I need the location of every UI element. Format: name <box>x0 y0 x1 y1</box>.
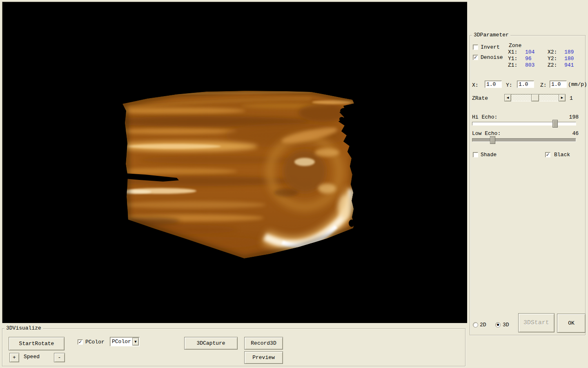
zrate-scrollbar-thumb[interactable] <box>531 94 539 101</box>
radio-dot-icon: ● <box>497 323 499 326</box>
checkmark-icon: ✓ <box>546 153 550 157</box>
invert-checkbox[interactable] <box>473 45 478 50</box>
shade-checkbox[interactable] <box>473 152 478 157</box>
zone-x2-label: X2: <box>548 49 557 55</box>
mode-2d-radio[interactable] <box>473 322 478 328</box>
voxel-unit-label: (mm/p) <box>568 81 587 88</box>
black-label: Black <box>554 152 570 158</box>
hi-echo-label: Hi Echo: <box>472 114 497 120</box>
mode-3d-radio[interactable]: ● <box>495 322 501 328</box>
right-arrow-icon: ▶ <box>561 96 563 99</box>
zone-x1-label: X1: <box>508 49 517 55</box>
ok-button[interactable]: OK <box>557 314 586 333</box>
mode-3d-label: 3D <box>503 322 509 328</box>
denoise-label: Denoise <box>481 54 503 61</box>
low-echo-label: Low Echo: <box>472 130 501 137</box>
voxel-y-label: Y: <box>506 82 512 88</box>
speed-label: Speed <box>24 354 40 360</box>
visualize-groupbox-title: 3DVisualize <box>4 325 43 332</box>
zone-y2-label: Y2: <box>548 56 557 62</box>
render-viewport[interactable] <box>2 2 467 323</box>
zone-x1-value: 104 <box>525 49 535 55</box>
zone-z2-value: 941 <box>564 62 574 68</box>
zone-y2-value: 180 <box>564 56 574 62</box>
pcolor-label: PColor <box>85 339 105 345</box>
black-checkbox[interactable]: ✓ <box>545 152 550 157</box>
speed-plus-button[interactable]: + <box>9 353 19 362</box>
low-echo-value: 46 <box>572 130 579 137</box>
zrate-scroll-right-button[interactable]: ▶ <box>559 94 566 101</box>
parameter-groupbox: 3DParameter Invert ✓ Denoise Zone X1: 10… <box>470 35 586 335</box>
pcolor-dropdown-button[interactable]: ▼ <box>132 338 139 346</box>
checkmark-icon: ✓ <box>78 340 82 344</box>
shade-label: Shade <box>481 152 497 158</box>
zrate-label: ZRate <box>472 95 488 101</box>
parameter-groupbox-title: 3DParameter <box>472 32 510 38</box>
pcolor-checkbox[interactable]: ✓ <box>78 339 83 345</box>
pcolor-dropdown-value: PColor <box>110 339 132 345</box>
hi-echo-value: 198 <box>569 114 579 120</box>
preview-button[interactable]: Preview <box>244 351 283 364</box>
left-arrow-icon: ◀ <box>507 96 509 99</box>
low-echo-slider-track[interactable] <box>472 138 576 142</box>
denoise-checkbox[interactable]: ✓ <box>473 55 478 60</box>
voxel-x-field[interactable] <box>485 81 502 88</box>
voxel-z-label: Z: <box>540 82 547 88</box>
zone-title: Zone <box>509 43 521 49</box>
voxel-y-field[interactable] <box>517 81 534 88</box>
low-echo-slider-thumb[interactable] <box>490 136 495 144</box>
invert-label: Invert <box>481 44 500 50</box>
chevron-down-icon: ▼ <box>134 340 136 343</box>
zrate-value: 1 <box>570 95 573 101</box>
zone-x2-value: 189 <box>564 49 574 55</box>
zrate-scroll-left-button[interactable]: ◀ <box>504 94 511 101</box>
zone-z2-label: Z2: <box>548 62 557 68</box>
zone-y1-value: 96 <box>525 56 532 62</box>
mode-2d-label: 2D <box>480 322 486 328</box>
visualize-groupbox: 3DVisualize StartRotate ✓ PColor PColor … <box>2 328 466 366</box>
zone-z1-label: Z1: <box>508 62 517 68</box>
start-rotate-button[interactable]: StartRotate <box>9 337 65 350</box>
zone-y1-label: Y1: <box>508 56 517 62</box>
hi-echo-slider-thumb[interactable] <box>552 120 558 128</box>
checkmark-icon: ✓ <box>474 55 477 60</box>
record-3d-button[interactable]: Record3D <box>244 337 283 350</box>
hi-echo-slider-track[interactable] <box>472 122 576 126</box>
zrate-scrollbar[interactable]: ◀ ▶ <box>504 94 566 101</box>
pcolor-dropdown[interactable]: PColor ▼ <box>110 337 140 346</box>
voxel-x-label: X: <box>472 82 479 88</box>
volume-render[interactable] <box>2 2 467 323</box>
zone-z1-value: 803 <box>525 62 535 68</box>
speed-minus-button[interactable]: - <box>54 353 65 362</box>
capture-3d-button[interactable]: 3DCapture <box>184 337 238 350</box>
voxel-z-field[interactable] <box>550 81 567 88</box>
start-3d-button[interactable]: 3DStart <box>518 313 555 332</box>
